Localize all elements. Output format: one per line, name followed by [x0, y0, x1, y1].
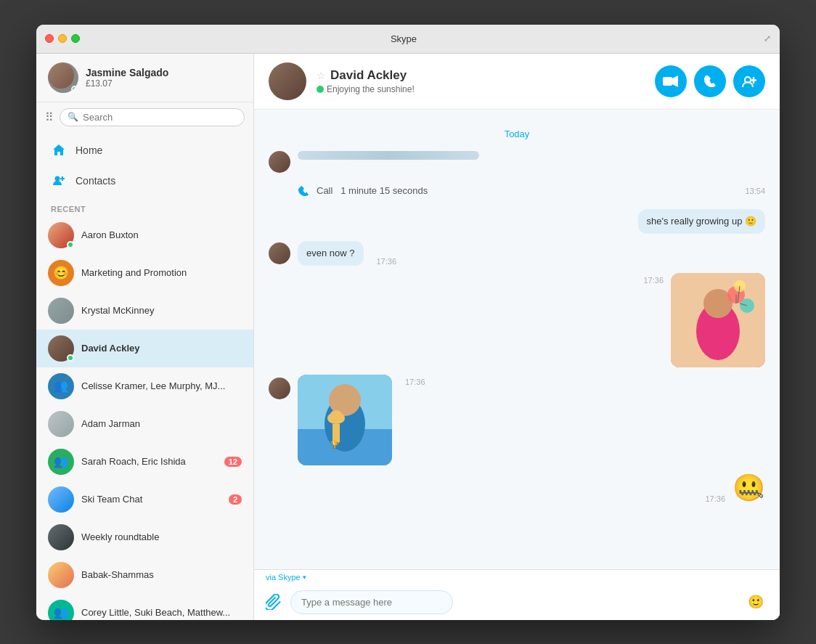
- message-time-2: 17:36: [643, 276, 664, 285]
- contacts-icon: [51, 173, 67, 189]
- contact-avatar-babak: [48, 562, 74, 588]
- call-label: Call 1 minute 15 seconds: [317, 185, 428, 196]
- audio-call-button[interactable]: [694, 65, 726, 97]
- minimize-button[interactable]: [58, 34, 67, 43]
- image-placeholder-left: 🏆: [298, 375, 392, 465]
- call-icon: [298, 185, 309, 197]
- input-row: 🙂: [254, 584, 780, 620]
- contact-avatar-david: [48, 335, 74, 362]
- svg-point-0: [55, 176, 60, 181]
- star-icon[interactable]: ☆: [317, 70, 326, 81]
- contact-avatar-marketing: 😊: [48, 260, 74, 286]
- msg-avatar-incoming: [269, 242, 290, 264]
- message-row-outgoing-text: she's really growing up 🙂: [269, 209, 765, 234]
- contact-name-krystal: Krystal McKinney: [81, 305, 242, 316]
- contact-item-sarah[interactable]: 👥 Sarah Roach, Eric Ishida 12: [36, 443, 253, 481]
- contact-avatar-krystal: [48, 298, 74, 324]
- online-indicator-david: [67, 354, 74, 362]
- messages-area[interactable]: Today Call 1 minute 15 seconds 13:54: [254, 110, 780, 569]
- search-box[interactable]: 🔍: [60, 108, 245, 126]
- search-icon: 🔍: [68, 112, 78, 122]
- search-input[interactable]: [83, 112, 237, 123]
- contact-name-celisse: Celisse Kramer, Lee Murphy, MJ...: [81, 380, 242, 391]
- message-time-1: 17:36: [377, 257, 397, 266]
- profile-area: Jasmine Salgado £13.07: [36, 54, 253, 102]
- search-area: ⠿ 🔍: [36, 102, 253, 132]
- skype-label: Skype: [278, 573, 301, 582]
- close-button[interactable]: [45, 34, 54, 43]
- grid-icon[interactable]: ⠿: [45, 110, 54, 124]
- image-message-right[interactable]: [671, 273, 765, 367]
- profile-avatar[interactable]: [48, 62, 78, 93]
- contact-name-weekly: Weekly roundtable: [81, 531, 242, 542]
- message-time-4: 17:36: [705, 494, 725, 503]
- profile-balance: £13.07: [86, 78, 242, 89]
- nav-contacts-label: Contacts: [76, 175, 115, 187]
- svg-text:🏆: 🏆: [330, 440, 340, 449]
- skype-window: Skype ⤢ Jasmine Salgado £13.07 ⠿: [36, 25, 780, 620]
- maximize-button[interactable]: [71, 34, 80, 43]
- contact-item-weekly[interactable]: Weekly roundtable: [36, 518, 253, 556]
- contact-item-david[interactable]: David Ackley: [36, 330, 253, 367]
- profile-name: Jasmine Salgado: [86, 67, 242, 78]
- traffic-lights: [45, 34, 80, 43]
- skype-dropdown-icon[interactable]: ▾: [303, 574, 306, 581]
- contact-item-adam[interactable]: Adam Jarman: [36, 405, 253, 443]
- chat-status-text: Enjoying the sunshine!: [327, 84, 415, 94]
- message-input[interactable]: [290, 590, 453, 614]
- badge-sarah: 12: [224, 457, 242, 467]
- message-row-image-right: 17:36: [269, 273, 765, 367]
- contact-item-aaron[interactable]: Aaron Buxton: [36, 216, 253, 254]
- contact-avatar-celisse: 👥: [48, 373, 74, 399]
- titlebar: Skype ⤢: [36, 25, 780, 54]
- contact-avatar-corey: 👥: [48, 600, 74, 620]
- contact-name-ski: Ski Team Chat: [81, 494, 221, 505]
- msg-avatar: [269, 151, 290, 173]
- call-row: Call 1 minute 15 seconds 13:54: [269, 180, 765, 202]
- message-bubble-incoming: even now ?: [298, 241, 364, 266]
- online-indicator-aaron: [67, 241, 74, 248]
- via-skype-bar: via Skype ▾: [254, 570, 780, 584]
- chat-online-dot: [317, 86, 324, 93]
- chat-header: ☆ David Ackley Enjoying the sunshine!: [254, 54, 780, 110]
- attach-button[interactable]: [263, 591, 285, 613]
- video-call-button[interactable]: [655, 65, 687, 97]
- emoji-picker-button[interactable]: 🙂: [748, 594, 764, 610]
- message-time-3: 17:36: [405, 378, 425, 386]
- contact-item-babak[interactable]: Babak-Shammas: [36, 556, 253, 594]
- contact-item-krystal[interactable]: Krystal McKinney: [36, 292, 253, 330]
- profile-avatar-img: [48, 62, 74, 89]
- profile-online-indicator: [71, 86, 78, 93]
- window-title: Skype: [80, 33, 727, 44]
- svg-marker-5: [672, 76, 678, 87]
- svg-rect-22: [332, 424, 340, 442]
- nav-home-label: Home: [76, 144, 102, 156]
- via-label: via: [266, 573, 276, 582]
- image-placeholder-right: [671, 273, 765, 367]
- chat-contact-info: ☆ David Ackley Enjoying the sunshine!: [317, 68, 655, 94]
- nav-contacts[interactable]: Contacts: [36, 166, 253, 196]
- nav-items: Home Contacts: [36, 132, 253, 199]
- nav-home[interactable]: Home: [36, 135, 253, 166]
- contact-avatar-ski: [48, 486, 74, 513]
- contact-item-marketing[interactable]: 😊 Marketing and Promotion: [36, 254, 253, 292]
- add-contact-button[interactable]: [733, 65, 765, 97]
- contact-name-david: David Ackley: [81, 343, 242, 354]
- emoji-message: 🤐: [733, 473, 765, 503]
- contact-avatar-adam: [48, 411, 74, 437]
- main-content: Jasmine Salgado £13.07 ⠿ 🔍 Home: [36, 54, 780, 620]
- contact-avatar-weekly: [48, 524, 74, 550]
- badge-ski: 2: [229, 494, 242, 505]
- contact-avatar-sarah: 👥: [48, 449, 74, 475]
- message-row-image-left: 🏆 17:36: [269, 375, 765, 465]
- contact-item-corey[interactable]: 👥 Corey Little, Suki Beach, Matthew...: [36, 594, 253, 620]
- image-message-left[interactable]: 🏆: [298, 375, 392, 465]
- contact-item-celisse[interactable]: 👥 Celisse Kramer, Lee Murphy, MJ...: [36, 367, 253, 405]
- contact-name-adam: Adam Jarman: [81, 418, 242, 429]
- contact-item-ski[interactable]: Ski Team Chat 2: [36, 481, 253, 518]
- input-wrapper: 🙂: [290, 590, 771, 614]
- chat-header-avatar: [269, 62, 306, 100]
- sidebar: Jasmine Salgado £13.07 ⠿ 🔍 Home: [36, 54, 254, 620]
- svg-point-24: [330, 410, 342, 419]
- recent-section: RECENT Aaron Buxton 😊 Marketing and Prom…: [36, 199, 253, 620]
